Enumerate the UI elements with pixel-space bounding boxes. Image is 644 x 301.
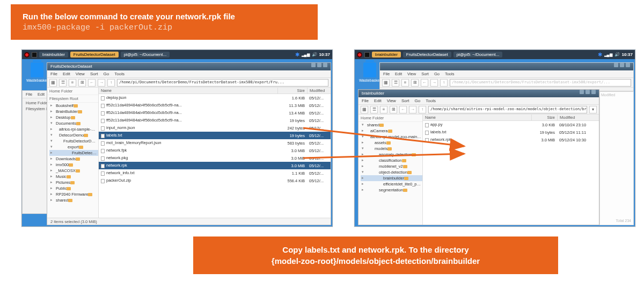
menu-edit[interactable]: Edit [374, 98, 382, 103]
sidebar-home-folder[interactable]: Home Folder [358, 114, 422, 122]
tree-brainbuilder[interactable]: brainbuilder [361, 175, 422, 181]
view-compact-button[interactable]: ≡ [69, 79, 76, 87]
wifi-icon[interactable] [604, 52, 612, 57]
tree-classification[interactable]: classification [361, 157, 422, 163]
file-row[interactable]: mct_brain_MemoryReport.json583 bytes05/1… [99, 139, 331, 147]
view-compact-button[interactable]: ≡ [380, 106, 387, 113]
file-row[interactable]: deploy.json1.6 KiB05/12/... [99, 94, 331, 102]
menu-view[interactable]: View [76, 71, 85, 76]
file-row[interactable]: labels.txt19 bytes05/12/... [99, 132, 331, 139]
tree-brainbuilder[interactable]: BrainBuilder [49, 109, 98, 114]
tree-object-detection[interactable]: object-detection [361, 169, 422, 175]
header-modified[interactable]: Modified [307, 88, 331, 94]
sidebar-home-folder[interactable]: Home Folder [47, 88, 98, 95]
file-row[interactable]: app.py3.0 KiB08/10/24 23:10 [423, 121, 599, 128]
bluetooth-icon[interactable]: ✱ [598, 52, 602, 58]
speaker-icon[interactable] [312, 52, 317, 57]
bluetooth-icon[interactable]: ✱ [295, 52, 299, 58]
tree-export[interactable]: export [49, 144, 98, 150]
header-size[interactable]: Size [277, 88, 307, 94]
tree-downloads[interactable]: Downloads [49, 156, 98, 162]
window-buttons[interactable] [311, 63, 327, 70]
wastebasket[interactable]: Wastebasket [359, 62, 380, 82]
view-list-button[interactable]: ☰ [370, 106, 378, 113]
file-row[interactable]: packerOut.zip556.4 KiB05/12/... [99, 177, 331, 184]
tree-imx500[interactable]: imx500 [49, 162, 98, 168]
file-row[interactable]: ff52c11da489484ab4f56b6cd5db5cf9-na...13… [99, 109, 331, 117]
window-buttons[interactable] [580, 90, 596, 97]
taskbar-tab-fruitsdetector[interactable]: FruitsDetectorDataset [403, 52, 451, 58]
view-list-button[interactable]: ☰ [59, 79, 67, 87]
path-input[interactable]: /home/pi/shared/aitrios-rpi-model-zoo-ma… [428, 106, 587, 113]
raspberry-menu-icon[interactable] [357, 52, 362, 58]
file-row[interactable]: network_info.txt1.1 KiB05/12/... [99, 169, 331, 177]
tree-documents[interactable]: Documents [49, 120, 98, 126]
tree-fruitsdetectordataset[interactable]: FruitsDetectorDataset [49, 150, 98, 156]
tree-aitrios-zoo[interactable]: aitrios-rpi-model-zoo-main [361, 134, 422, 140]
menu-tools[interactable]: Tools [426, 98, 436, 103]
nav-back-button[interactable]: ← [88, 79, 96, 87]
tree-mobilenet[interactable]: mobilenet_v2 [361, 163, 422, 169]
taskbar-tab-brainbuilder[interactable]: brainbuilder [372, 52, 401, 58]
tree-pictures[interactable]: Pictures [49, 180, 98, 185]
terminal-icon[interactable] [364, 52, 370, 58]
tree-detecordemo[interactable]: DetecorDemo [49, 132, 98, 138]
view-icons-button[interactable]: ▦ [361, 106, 368, 113]
menu-edit[interactable]: Edit [63, 71, 70, 76]
menu-tools[interactable]: Tools [114, 71, 125, 76]
file-row[interactable]: network.rpk3.0 MiB05/12/... [99, 162, 331, 169]
file-row[interactable]: ff52c11da489484ab4f56b6cd5db5cf9-na...19… [99, 117, 331, 124]
view-detail-button[interactable]: ⊞ [78, 79, 86, 87]
path-dropdown[interactable]: ▾ [589, 106, 597, 113]
view-detail-button[interactable]: ⊞ [390, 106, 397, 113]
header-name[interactable]: Name [423, 114, 531, 120]
menu-file[interactable]: File [362, 98, 369, 103]
tree-fruitsdetector-imx500[interactable]: FruitsDetectorDataset-imx500 [49, 138, 98, 144]
raspberry-menu-icon[interactable] [24, 52, 30, 58]
taskbar-tab-fruitsdetector[interactable]: FruitsDetectorDataset [70, 52, 119, 58]
tree-desktop[interactable]: Desktop [49, 114, 98, 120]
tree-models[interactable]: models [361, 146, 422, 152]
path-input[interactable]: /home/pi/Documents/DetecorDemo/FruitsDet… [117, 79, 328, 87]
menu-go[interactable]: Go [104, 71, 109, 76]
taskbar-tab-brainbuilder[interactable]: brainbuilder [39, 52, 68, 58]
file-row[interactable]: ff52c11da489484ab4f56b6cd5db5cf9-na...11… [99, 102, 331, 109]
header-size[interactable]: Size [531, 114, 557, 120]
menu-go[interactable]: Go [415, 98, 421, 103]
wastebasket[interactable]: Wastebasket [26, 62, 48, 82]
tree-aicamera[interactable]: aiCamera [361, 128, 422, 134]
nav-fwd-button[interactable]: → [98, 79, 105, 87]
taskbar-tab-terminal[interactable]: pi@pi5: ~/Document... [453, 52, 503, 58]
tree-macosx[interactable]: _MACOSX [49, 168, 98, 174]
file-row[interactable]: network.fpk3.0 MiB05/12/... [99, 147, 331, 154]
nav-back-button[interactable]: ← [399, 106, 407, 113]
tree-assets[interactable]: assets [361, 140, 422, 146]
file-row[interactable]: labels.txt19 bytes05/12/24 11:11 [423, 128, 599, 136]
wifi-icon[interactable] [302, 52, 310, 57]
menu-sort[interactable]: Sort [90, 71, 98, 76]
header-name[interactable]: Name [99, 88, 277, 94]
speaker-icon[interactable] [614, 52, 620, 57]
file-row[interactable]: input_norm.json242 bytes05/12/... [99, 124, 331, 132]
file-row[interactable]: network.rpk3.0 MiB05/12/24 10:30 [423, 136, 599, 144]
nav-up-button[interactable]: ↑ [107, 79, 115, 87]
tree-anomaly-detection[interactable]: anomaly-detection [361, 152, 422, 157]
taskbar-tab-terminal[interactable]: pi@pi5: ~/Document... [121, 52, 170, 58]
tree-aitrios-sample[interactable]: aitrios-rpi-sample-app-gui-tool [49, 126, 98, 132]
tree-shared[interactable]: shared [49, 197, 98, 203]
nav-fwd-button[interactable]: → [409, 106, 416, 113]
file-row[interactable]: network.pkg3.0 MiB05/12/... [99, 154, 331, 162]
nav-up-button[interactable]: ↑ [419, 106, 426, 113]
tree-segmentation[interactable]: segmentation [361, 187, 422, 193]
terminal-icon[interactable] [32, 52, 37, 58]
tree-bookshelf[interactable]: Bookshelf [49, 103, 98, 109]
tree-rp2040[interactable]: RP2040 Firmware [49, 191, 98, 197]
tree-music[interactable]: Music [49, 174, 98, 180]
sidebar-filesystem-root[interactable]: Filesystem Root [47, 95, 98, 103]
tree-shared[interactable]: shared [361, 122, 422, 128]
view-icons-button[interactable]: ▦ [49, 79, 57, 87]
tree-public[interactable]: Public [49, 185, 98, 191]
menu-sort[interactable]: Sort [401, 98, 409, 103]
menu-view[interactable]: View [387, 98, 396, 103]
header-modified[interactable]: Modified [557, 114, 599, 120]
